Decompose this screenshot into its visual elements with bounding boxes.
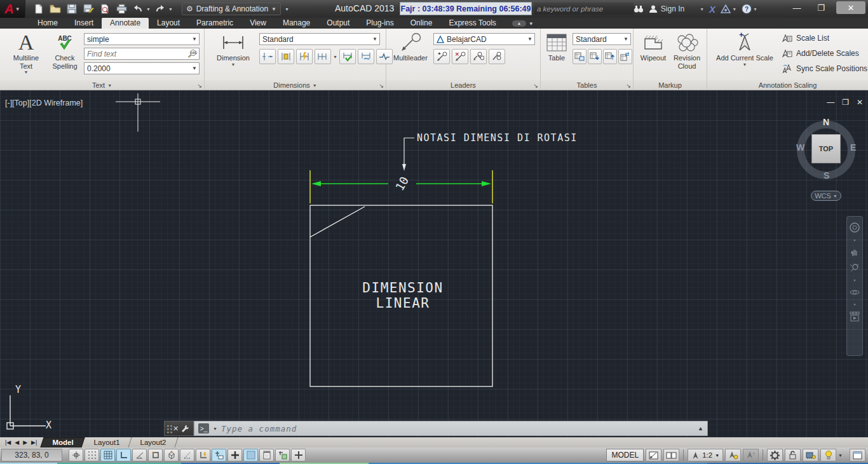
autoscale-button[interactable] <box>743 449 759 461</box>
command-prompt-icon[interactable]: >_ <box>198 423 209 433</box>
panel-title-markup[interactable]: Markup <box>634 80 707 90</box>
tab-online[interactable]: Online <box>402 18 441 29</box>
multileader-button[interactable]: Multileader <box>390 31 431 62</box>
tab-express-tools[interactable]: Express Tools <box>440 18 504 29</box>
ortho-mode-toggle[interactable] <box>116 449 131 461</box>
sign-in-button[interactable]: Sign In ▼ <box>646 2 707 16</box>
close-button[interactable]: ✕ <box>836 1 865 14</box>
annotation-visibility-button[interactable] <box>725 449 741 461</box>
tables-dialog-launcher[interactable]: ↘ <box>626 83 631 89</box>
tab-output[interactable]: Output <box>318 18 358 29</box>
redo-dropdown[interactable]: ▼ <box>168 7 173 11</box>
command-line-grip[interactable]: ●●●●●● ✕ <box>164 421 194 436</box>
panel-title-dimensions[interactable]: Dimensions▼ ↘ <box>205 80 386 90</box>
last-tab-icon[interactable]: ▶| <box>31 439 37 446</box>
data-link-button[interactable] <box>618 49 632 64</box>
add-leader-button[interactable]: + <box>433 49 450 64</box>
panel-title-tables[interactable]: Tables ↘ <box>541 80 634 90</box>
scale-list-button[interactable]: Scale List <box>782 34 829 43</box>
redo-button[interactable] <box>153 3 167 15</box>
tab-layout[interactable]: Layout <box>149 18 188 29</box>
dimension-button[interactable]: Dimension ▼ <box>214 31 253 67</box>
object-snap-toggle[interactable] <box>148 449 163 461</box>
panel-title-annotation-scaling[interactable]: Annotation Scaling <box>707 80 868 90</box>
collect-leaders-button[interactable] <box>489 49 505 64</box>
customize-wrench-icon[interactable] <box>181 425 189 433</box>
tab-plugins[interactable]: Plug-ins <box>358 18 402 29</box>
prev-tab-icon[interactable]: ◀ <box>15 439 19 446</box>
continue-dropdown[interactable]: ▼ <box>333 55 337 59</box>
polar-tracking-toggle[interactable] <box>132 449 147 461</box>
viewcube-south[interactable]: S <box>824 170 829 181</box>
lineweight-toggle[interactable] <box>227 449 242 461</box>
help-button[interactable]: ?▼ <box>739 2 760 16</box>
workspace-switcher[interactable]: ⚙ Drafting & Annotation ▼ <box>182 3 281 15</box>
dynamic-ucs-toggle[interactable] <box>196 449 210 461</box>
minimize-button[interactable]: — <box>788 1 806 14</box>
text-style-combo[interactable]: simple ▼ <box>84 33 200 45</box>
revision-cloud-button[interactable]: Revision Cloud <box>670 31 703 70</box>
table-style-combo[interactable]: Standard ▼ <box>573 33 631 45</box>
status-menu-dropdown[interactable]: ▼ <box>838 453 843 458</box>
undo-button[interactable] <box>131 3 145 15</box>
drag-handle-icon[interactable]: ●●●●●● <box>166 424 170 433</box>
object-snap-tracking-toggle[interactable] <box>180 449 194 461</box>
align-leaders-button[interactable] <box>470 49 487 64</box>
text-height-combo[interactable]: 0.2000 ▼ <box>84 62 200 74</box>
tab-manage[interactable]: Manage <box>275 18 318 29</box>
add-current-scale-button[interactable]: + Add Current Scale ▼ <box>712 31 777 67</box>
save-button[interactable] <box>65 3 79 15</box>
isolate-objects-button[interactable] <box>820 449 836 461</box>
dimensions-dialog-launcher[interactable]: ↘ <box>379 83 384 89</box>
table-button[interactable]: Table <box>543 31 570 62</box>
quick-view-layouts-button[interactable] <box>646 449 661 461</box>
application-menu-button[interactable]: A▼ <box>0 0 25 18</box>
continue-dimension-button[interactable] <box>315 49 331 64</box>
tab-view[interactable]: View <box>241 18 275 29</box>
lock-ui-button[interactable] <box>785 449 801 461</box>
wcs-menu-button[interactable]: WCS ▼ <box>811 191 841 201</box>
text-dialog-launcher[interactable]: ↘ <box>197 83 202 89</box>
plot-preview-button[interactable] <box>98 3 112 15</box>
coordinates-readout[interactable]: 323, 83, 0 <box>1 449 62 461</box>
adjust-space-button[interactable] <box>278 49 294 64</box>
first-tab-icon[interactable]: |◀ <box>5 439 11 446</box>
leaders-dialog-launcher[interactable]: ↘ <box>533 83 538 89</box>
open-file-button[interactable] <box>48 3 62 15</box>
zoom-icon[interactable] <box>850 263 860 273</box>
selection-cycling-toggle[interactable] <box>275 449 290 461</box>
multiline-text-button[interactable]: A Multiline Text ▼ <box>6 31 46 75</box>
qat-customize-dropdown[interactable]: ▼ <box>285 7 289 11</box>
navigation-wheel-icon[interactable] <box>849 222 860 233</box>
tab-layout2[interactable]: Layout2 <box>130 437 177 447</box>
upload-to-source-button[interactable] <box>603 49 617 64</box>
transparency-toggle[interactable] <box>243 449 258 461</box>
undo-dropdown[interactable]: ▼ <box>146 7 151 11</box>
next-tab-icon[interactable]: ▶ <box>23 439 27 446</box>
restore-button[interactable]: ❐ <box>812 1 830 14</box>
add-delete-scales-button[interactable]: Add/Delete Scales <box>782 49 859 58</box>
find-text-input[interactable]: Find text ABC <box>84 48 200 60</box>
ribbon-minimize-control[interactable]: ▲ ▼ <box>512 20 534 29</box>
check-spelling-button[interactable]: ABC Check Spelling <box>48 31 81 70</box>
tab-layout1[interactable]: Layout1 <box>84 437 130 447</box>
new-file-button[interactable] <box>32 3 46 15</box>
orbit-icon[interactable] <box>850 287 860 297</box>
viewcube-east[interactable]: E <box>850 142 856 153</box>
layout-tab-navigation[interactable]: |◀ ◀ ▶ ▶| <box>0 437 42 447</box>
update-dimension-button[interactable] <box>358 49 374 64</box>
tab-annotate[interactable]: Annotate <box>102 18 149 29</box>
viewcube-top-face[interactable]: TOP <box>811 134 841 163</box>
tab-model[interactable]: Model <box>42 437 83 447</box>
infocenter-search-input[interactable]: a keyword or phrase <box>534 3 634 15</box>
clean-screen-button[interactable] <box>850 449 865 461</box>
dynamic-input-toggle[interactable] <box>212 449 226 461</box>
command-input[interactable]: >_ ▼ Type a command ▲ <box>194 421 708 436</box>
viewcube-north[interactable]: N <box>823 117 829 127</box>
save-as-button[interactable] <box>81 3 95 15</box>
panel-title-text[interactable]: Text▼ ↘ <box>0 80 205 90</box>
recent-commands-icon[interactable]: ▲ <box>698 425 703 432</box>
infer-constraints-toggle[interactable] <box>69 449 83 461</box>
grid-display-toggle[interactable] <box>100 449 115 461</box>
panel-title-leaders[interactable]: Leaders ↘ <box>386 80 541 90</box>
